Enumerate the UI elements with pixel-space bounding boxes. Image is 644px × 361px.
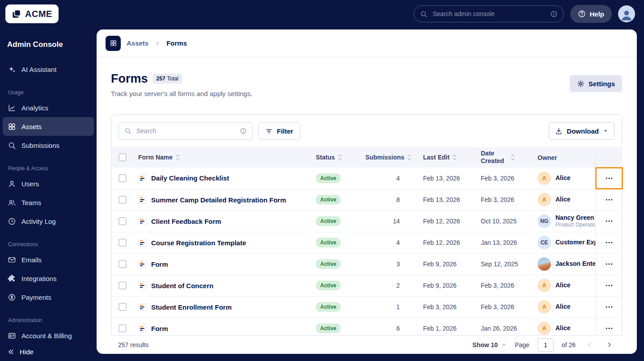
owner-cell: AAlice — [538, 193, 595, 206]
row-checkbox[interactable] — [119, 217, 127, 225]
page-label: Page — [515, 341, 530, 348]
info-icon[interactable] — [550, 10, 558, 18]
owner-avatar: CE — [538, 236, 551, 249]
user-icon — [8, 180, 16, 188]
last-edit-date: Feb 9, 2026 — [423, 253, 481, 275]
select-all-checkbox[interactable] — [119, 153, 127, 161]
page-number-input[interactable] — [538, 338, 554, 352]
row-checkbox[interactable] — [119, 174, 127, 182]
row-checkbox[interactable] — [119, 196, 127, 204]
table-search-input[interactable] — [136, 127, 236, 135]
form-name-link[interactable]: Client Feedback Form — [151, 218, 221, 225]
sidebar-item-emails[interactable]: Emails — [3, 250, 94, 269]
date-created: Feb 3, 2026 — [481, 189, 538, 210]
sort-icon[interactable] — [452, 153, 457, 161]
app-root: ACME Help Admin Console AI Assistant Usa… — [0, 0, 644, 361]
row-actions-button[interactable] — [601, 192, 617, 207]
form-name-link[interactable]: Daily Cleaning Checklist — [151, 174, 229, 182]
settings-button[interactable]: Settings — [570, 75, 622, 92]
sidebar-item-label: Account & Billing — [21, 332, 72, 340]
form-name-link[interactable]: Course Registration Template — [151, 239, 246, 247]
column-header-last_edit[interactable]: Last Edit — [423, 147, 481, 168]
breadcrumb-assets-link[interactable]: Assets — [127, 39, 148, 47]
owner-name: Alice — [555, 324, 570, 332]
row-actions-button[interactable] — [601, 299, 617, 315]
row-actions-button[interactable] — [601, 256, 617, 272]
user-avatar[interactable] — [618, 5, 635, 22]
highlighted-actions-cell — [595, 168, 623, 189]
form-name-link[interactable]: Summer Camp Detailed Registration Form — [151, 196, 286, 204]
acme-logo: ACME — [5, 4, 59, 23]
hide-label: Hide — [20, 348, 34, 356]
page-subtitle: Track your server's all forms and apply … — [111, 90, 253, 97]
sort-icon[interactable] — [175, 153, 180, 161]
row-actions-button[interactable] — [601, 214, 617, 229]
table-search[interactable] — [119, 122, 253, 140]
sidebar-item-label: Users — [21, 180, 39, 188]
row-checkbox[interactable] — [119, 281, 127, 290]
previous-page-button[interactable] — [584, 339, 595, 351]
sort-icon[interactable] — [510, 153, 515, 161]
admin-search[interactable] — [414, 5, 564, 22]
row-actions-button[interactable] — [601, 235, 617, 250]
row-checkbox[interactable] — [119, 260, 127, 268]
row-actions-button[interactable] — [601, 171, 617, 186]
sidebar-item-submissions[interactable]: Submissions — [3, 136, 94, 155]
sidebar-item-integrations[interactable]: Integrations — [3, 269, 94, 288]
row-checkbox[interactable] — [119, 324, 127, 332]
column-header-submissions[interactable]: Submissions — [365, 147, 423, 168]
sidebar-item-teams[interactable]: Teams — [3, 193, 94, 212]
sort-icon[interactable] — [338, 153, 343, 161]
sidebar-item-account-billing[interactable]: Account & Billing — [3, 326, 94, 345]
sidebar-item-analytics[interactable]: Analytics — [3, 98, 94, 117]
sidebar-item-payments[interactable]: Payments — [3, 288, 94, 306]
filter-icon — [265, 127, 273, 135]
info-icon[interactable] — [240, 127, 247, 134]
download-button[interactable]: Download — [549, 122, 614, 140]
owner-avatar-photo — [538, 257, 551, 271]
table-row: Client Feedback Form Active 14 Feb 12, 2… — [111, 210, 623, 232]
billing-icon — [8, 332, 16, 340]
row-actions-button[interactable] — [601, 278, 617, 293]
users-icon — [8, 198, 16, 207]
admin-search-input[interactable] — [432, 10, 546, 18]
sidebar-item-users[interactable]: Users — [3, 174, 94, 193]
sidebar: Admin Console AI Assistant Usage Analyti… — [0, 28, 97, 361]
filter-label: Filter — [277, 127, 293, 135]
form-name-link[interactable]: Student Enrollment Form — [151, 303, 232, 311]
column-header-name[interactable]: Form Name — [131, 147, 316, 168]
page-size-select[interactable]: Show 10 — [472, 341, 507, 348]
ellipsis-icon — [605, 281, 614, 290]
owner-cell: NGNancy GreenProduct Operations — [538, 214, 595, 229]
row-checkbox[interactable] — [119, 303, 127, 311]
column-header-date_created[interactable]: Date Created — [481, 147, 538, 168]
owner-avatar: A — [538, 172, 551, 185]
hide-sidebar-button[interactable]: Hide — [7, 348, 34, 356]
sort-icon[interactable] — [407, 153, 412, 161]
breadcrumb: Assets Forms — [97, 29, 637, 57]
owner-cell: Jackson Enterprises — [538, 257, 595, 271]
actions-cell — [595, 296, 623, 318]
form-name-link[interactable]: Form — [151, 260, 168, 268]
owner-cell: AAlice — [538, 300, 595, 314]
owner-cell: AAlice — [538, 322, 595, 335]
row-checkbox[interactable] — [119, 239, 127, 247]
breadcrumb-current: Forms — [166, 39, 187, 47]
settings-label: Settings — [589, 80, 615, 88]
filter-button[interactable]: Filter — [258, 122, 300, 140]
sidebar-item-activity-log[interactable]: Activity Log — [3, 212, 94, 231]
next-page-button[interactable] — [603, 339, 615, 351]
gear-icon — [577, 80, 585, 88]
form-name-link[interactable]: Form — [151, 325, 168, 332]
sidebar-item-label: Emails — [21, 256, 42, 264]
sidebar-item-ai-assistant[interactable]: AI Assistant — [3, 60, 94, 79]
row-actions-button[interactable] — [601, 321, 617, 336]
sidebar-item-assets[interactable]: Assets — [3, 117, 94, 136]
help-button[interactable]: Help — [570, 5, 612, 23]
status-badge: Active — [316, 195, 341, 205]
form-name-link[interactable]: Student of Concern — [151, 282, 213, 290]
download-icon — [555, 127, 563, 135]
column-header-status[interactable]: Status — [316, 147, 365, 168]
column-header-owner[interactable]: Owner — [538, 147, 595, 168]
owner-cell: CECustomer Experience — [538, 236, 595, 249]
